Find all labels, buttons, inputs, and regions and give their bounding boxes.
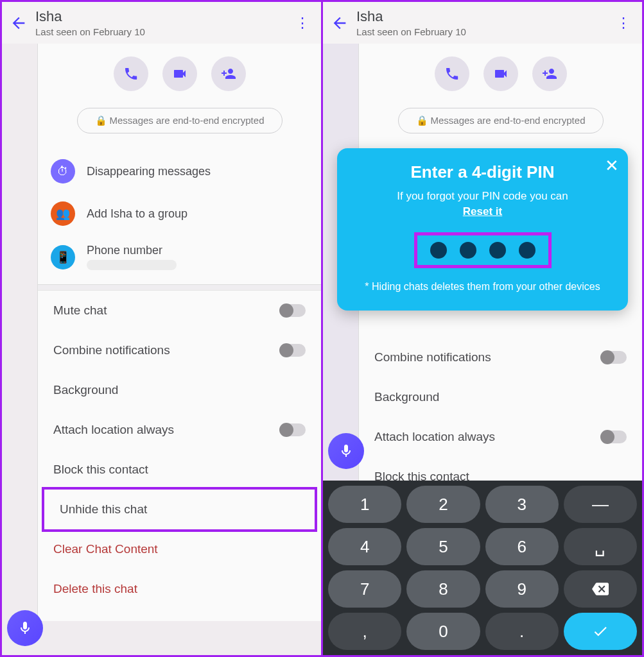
phone-number-row[interactable]: 📱 Phone number (38, 235, 321, 279)
back-icon[interactable] (331, 14, 349, 32)
key-dot[interactable]: . (485, 613, 559, 650)
phone-number-redacted (87, 260, 177, 270)
key-4[interactable]: 4 (328, 528, 401, 565)
key-backspace[interactable] (564, 570, 637, 608)
location-label: Attach location always (374, 430, 495, 444)
video-call-button[interactable] (483, 56, 518, 91)
encryption-pill[interactable]: 🔒Messages are end-to-end encrypted (77, 108, 283, 133)
add-group-label: Add Isha to a group (87, 207, 187, 221)
header: Isha Last seen on February 10 ⋮ (323, 2, 642, 44)
pin-dot (430, 242, 447, 259)
numeric-keyboard: 1 2 3 — 4 5 6 ␣ 7 8 9 , 0 . (323, 481, 642, 655)
key-3[interactable]: 3 (485, 486, 559, 523)
more-icon[interactable]: ⋮ (613, 15, 634, 31)
mute-label: Mute chat (53, 303, 107, 318)
combine-notifications-row[interactable]: Combine notifications (359, 337, 642, 377)
clear-chat-row[interactable]: Clear Chat Content (38, 529, 321, 569)
key-9[interactable]: 9 (485, 570, 559, 608)
key-6[interactable]: 6 (485, 528, 559, 565)
mute-chat-row[interactable]: Mute chat (38, 291, 321, 330)
lock-icon: 🔒 (95, 115, 107, 126)
key-dash[interactable]: — (564, 486, 637, 523)
mic-fab[interactable] (328, 433, 364, 469)
disappearing-label: Disappearing messages (87, 165, 211, 178)
modal-title: Enter a 4-digit PIN (351, 162, 614, 182)
back-icon[interactable] (10, 14, 28, 32)
pin-dot (519, 242, 535, 259)
unhide-highlight: Unhide this chat (42, 487, 317, 532)
block-label: Block this contact (53, 463, 148, 477)
key-8[interactable]: 8 (406, 570, 480, 608)
attach-location-row[interactable]: Attach location always (359, 417, 642, 457)
pin-modal: ✕ Enter a 4-digit PIN If you forgot your… (337, 148, 628, 311)
modal-subtitle: If you forgot your PIN code you can Rese… (351, 189, 614, 219)
encryption-pill[interactable]: 🔒Messages are end-to-end encrypted (398, 108, 604, 133)
background-row[interactable]: Background (38, 370, 321, 410)
last-seen: Last seen on February 10 (356, 26, 613, 37)
contact-name: Isha (35, 8, 292, 25)
combine-notifications-row[interactable]: Combine notifications (38, 330, 321, 370)
key-1[interactable]: 1 (328, 486, 401, 523)
add-contact-button[interactable] (532, 56, 567, 91)
background-row[interactable]: Background (359, 377, 642, 417)
encryption-text: Messages are end-to-end encrypted (431, 115, 586, 126)
key-space[interactable]: ␣ (564, 528, 637, 565)
background-label: Background (374, 390, 439, 404)
add-contact-button[interactable] (211, 56, 246, 91)
combine-label: Combine notifications (53, 343, 170, 357)
key-2[interactable]: 2 (406, 486, 480, 523)
location-label: Attach location always (53, 423, 174, 437)
group-icon: 👥 (51, 201, 75, 226)
key-0[interactable]: 0 (406, 613, 480, 650)
encryption-text: Messages are end-to-end encrypted (110, 115, 265, 126)
reset-pin-link[interactable]: Reset it (463, 205, 502, 218)
pin-dot (460, 242, 476, 259)
modal-footer: * Hiding chats deletes them from your ot… (351, 280, 614, 294)
clear-label: Clear Chat Content (53, 542, 158, 556)
combine-toggle[interactable] (601, 351, 627, 364)
more-icon[interactable]: ⋮ (292, 15, 313, 31)
voice-call-button[interactable] (435, 56, 469, 91)
pin-dot (489, 242, 506, 259)
unhide-label: Unhide this chat (60, 502, 147, 516)
block-contact-row[interactable]: Block this contact (38, 450, 321, 490)
header: Isha Last seen on February 10 ⋮ (2, 2, 321, 44)
voice-call-button[interactable] (114, 56, 148, 91)
close-icon[interactable]: ✕ (605, 156, 619, 176)
location-toggle[interactable] (601, 431, 627, 443)
contact-name: Isha (356, 8, 613, 25)
action-row (38, 44, 321, 99)
pin-input-highlight[interactable] (414, 232, 552, 268)
video-call-button[interactable] (162, 56, 197, 91)
add-to-group-row[interactable]: 👥 Add Isha to a group (38, 192, 321, 235)
phone-icon: 📱 (51, 245, 75, 269)
divider (38, 284, 321, 291)
lock-icon: 🔒 (416, 115, 428, 126)
delete-label: Delete this chat (53, 582, 137, 596)
background-label: Background (53, 383, 118, 397)
key-5[interactable]: 5 (406, 528, 480, 565)
combine-toggle[interactable] (280, 344, 306, 357)
key-comma[interactable]: , (328, 613, 401, 650)
disappearing-messages-row[interactable]: ⏱ Disappearing messages (38, 150, 321, 192)
timer-icon: ⏱ (51, 159, 75, 183)
unhide-chat-row[interactable]: Unhide this chat (44, 490, 315, 529)
modal-subtitle-text: If you forgot your PIN code you can (397, 190, 568, 202)
key-7[interactable]: 7 (328, 570, 401, 608)
attach-location-row[interactable]: Attach location always (38, 410, 321, 450)
mic-fab[interactable] (7, 610, 43, 646)
combine-label: Combine notifications (374, 350, 491, 364)
last-seen: Last seen on February 10 (35, 26, 292, 37)
mute-toggle[interactable] (280, 304, 306, 317)
delete-chat-row[interactable]: Delete this chat (38, 569, 321, 609)
key-confirm[interactable] (564, 613, 637, 650)
action-row (359, 44, 642, 99)
location-toggle[interactable] (280, 423, 306, 436)
phone-label: Phone number (87, 244, 162, 257)
